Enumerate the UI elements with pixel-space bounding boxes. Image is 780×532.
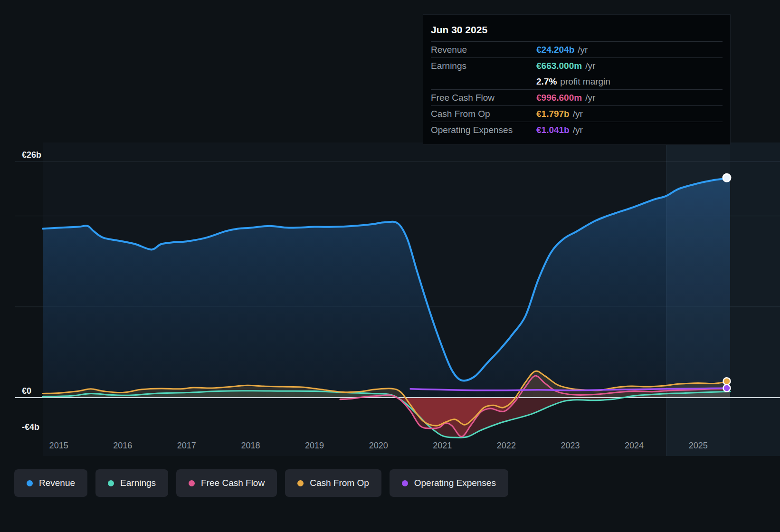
- earnings-dot-icon: [108, 480, 114, 486]
- tooltip-date: Jun 30 2025: [431, 19, 723, 41]
- x-axis-label: 2025: [689, 441, 708, 451]
- tooltip-suffix: /yr: [573, 125, 583, 135]
- tooltip-value-profit-margin: 2.7%: [536, 76, 557, 87]
- tooltip-suffix: /yr: [585, 93, 595, 103]
- cash-from-op-dot-icon: [297, 480, 304, 486]
- tooltip-row-profit-margin: 2.7% profit margin: [431, 74, 723, 89]
- tooltip-suffix: /yr: [585, 61, 595, 71]
- tooltip-row-operating-expenses: Operating Expenses €1.041b /yr: [431, 122, 723, 138]
- legend-label: Operating Expenses: [414, 478, 496, 488]
- legend-label: Revenue: [39, 478, 75, 488]
- timeseries-chart[interactable]: [0, 142, 780, 456]
- tooltip-row-revenue: Revenue €24.204b /yr: [431, 41, 723, 57]
- y-axis-label: €26b: [22, 150, 41, 160]
- legend-item-free-cash-flow[interactable]: Free Cash Flow: [176, 469, 277, 497]
- tooltip-value-cash-from-op: €1.797b: [536, 109, 570, 119]
- tooltip-value-operating-expenses: €1.041b: [536, 125, 570, 135]
- tooltip-label: Operating Expenses: [431, 125, 536, 135]
- tooltip: Jun 30 2025 Revenue €24.204b /yr Earning…: [423, 14, 731, 145]
- tooltip-row-cash-from-op: Cash From Op €1.797b /yr: [431, 105, 723, 122]
- tooltip-suffix: /yr: [573, 109, 583, 119]
- y-axis-label: €0: [22, 386, 31, 396]
- legend-item-revenue[interactable]: Revenue: [14, 469, 87, 497]
- revenue-dot-icon: [27, 480, 33, 486]
- tooltip-label: Free Cash Flow: [431, 93, 536, 103]
- tooltip-value-earnings: €663.000m: [536, 61, 582, 71]
- x-axis-label: 2020: [369, 441, 388, 451]
- legend-label: Earnings: [120, 478, 156, 488]
- x-axis-label: 2017: [177, 441, 196, 451]
- tooltip-label: Earnings: [431, 61, 536, 71]
- tooltip-row-free-cash-flow: Free Cash Flow €996.600m /yr: [431, 89, 723, 105]
- x-axis-label: 2015: [49, 441, 68, 451]
- tooltip-suffix: profit margin: [560, 76, 610, 87]
- operating-expenses-dot-icon: [402, 480, 408, 486]
- legend-label: Free Cash Flow: [201, 478, 265, 488]
- tooltip-label: Revenue: [431, 45, 536, 55]
- x-axis-label: 2019: [305, 441, 324, 451]
- legend-item-earnings[interactable]: Earnings: [95, 469, 168, 497]
- y-axis-label: -€4b: [22, 422, 39, 432]
- legend-label: Cash From Op: [310, 478, 369, 488]
- x-axis-label: 2023: [561, 441, 580, 451]
- legend-item-operating-expenses[interactable]: Operating Expenses: [390, 469, 508, 497]
- tooltip-suffix: /yr: [578, 45, 588, 55]
- tooltip-row-earnings: Earnings €663.000m /yr: [431, 57, 723, 74]
- free-cash-flow-dot-icon: [189, 480, 195, 486]
- x-axis-label: 2016: [113, 441, 132, 451]
- chart-canvas[interactable]: [0, 142, 780, 456]
- x-axis-label: 2021: [433, 441, 452, 451]
- x-axis-label: 2022: [497, 441, 516, 451]
- tooltip-value-free-cash-flow: €996.600m: [536, 93, 582, 103]
- tooltip-label: Cash From Op: [431, 109, 536, 119]
- x-axis-label: 2018: [241, 441, 260, 451]
- legend: Revenue Earnings Free Cash Flow Cash Fro…: [14, 469, 508, 497]
- x-axis-label: 2024: [625, 441, 644, 451]
- tooltip-value-revenue: €24.204b: [536, 45, 574, 55]
- legend-item-cash-from-op[interactable]: Cash From Op: [285, 469, 381, 497]
